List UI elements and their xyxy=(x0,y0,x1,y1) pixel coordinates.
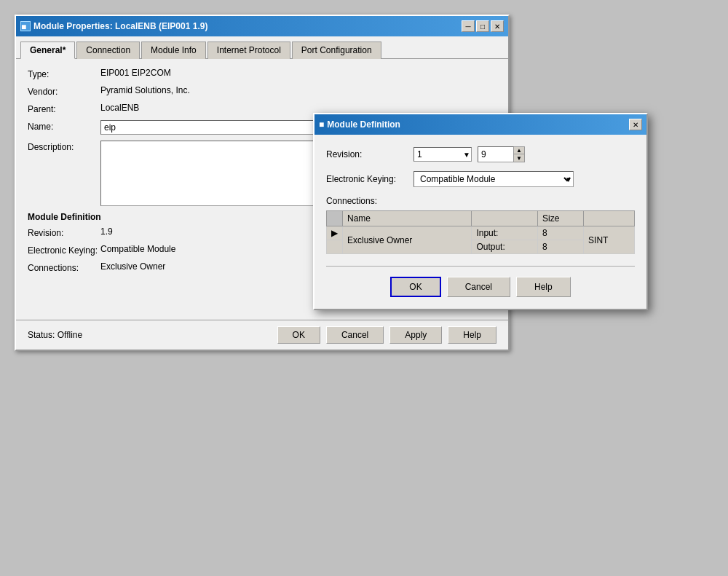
tab-general[interactable]: General* xyxy=(20,42,75,59)
modal-icon: ■ xyxy=(319,119,324,130)
description-label: Description: xyxy=(28,141,100,152)
table-header-type xyxy=(584,211,635,226)
help-button[interactable]: Help xyxy=(448,326,496,344)
table-header-io xyxy=(472,211,538,226)
md-ekeying-value: Compatible Module xyxy=(100,244,175,254)
tab-module-info[interactable]: Module Info xyxy=(141,42,206,59)
table-header-name: Name xyxy=(343,211,472,226)
modal-button-row: OK Cancel Help xyxy=(326,277,635,297)
modal-content: Revision: 1 ▼ ▲ ▼ Electronic Keyi xyxy=(314,135,646,309)
ekeying-dropdown[interactable]: Compatible Module xyxy=(414,171,574,187)
title-controls: ─ □ ✕ xyxy=(462,20,504,32)
output-label: Output: xyxy=(472,240,538,254)
row-indicator: ▶ xyxy=(327,226,343,240)
modal-connections-label: Connections: xyxy=(326,196,635,206)
md-connections-value: Exclusive Owner xyxy=(100,261,165,272)
name-label: Name: xyxy=(28,120,100,132)
type-value: EIP001 EIP2COM xyxy=(100,68,171,78)
row-indicator-output xyxy=(327,240,343,254)
ok-button[interactable]: OK xyxy=(277,326,320,344)
revision-dropdown[interactable]: 1 xyxy=(414,147,472,162)
revision-dropdown-wrapper: 1 ▼ xyxy=(414,147,472,162)
restore-button[interactable]: □ xyxy=(476,20,489,32)
md-connections-label: Connections: xyxy=(28,261,100,273)
close-button[interactable]: ✕ xyxy=(491,20,504,32)
table-header-indicator xyxy=(327,211,343,226)
modal-divider xyxy=(326,266,635,267)
tab-bar: General* Connection Module Info Internet… xyxy=(16,36,508,59)
tab-port-configuration[interactable]: Port Configuration xyxy=(292,42,381,59)
name-input[interactable] xyxy=(100,120,333,135)
type-label: Type: xyxy=(28,68,100,79)
spinner-up-button[interactable]: ▲ xyxy=(514,147,524,154)
input-size: 8 xyxy=(538,226,584,240)
table-header-size: Size xyxy=(538,211,584,226)
parent-label: Parent: xyxy=(28,103,100,114)
md-revision-label: Revision: xyxy=(28,226,100,238)
output-size: 8 xyxy=(538,240,584,254)
input-label: Input: xyxy=(472,226,538,240)
modal-ekeying-row: Electronic Keying: Compatible Module ▼ xyxy=(326,171,635,187)
md-revision-value: 1.9 xyxy=(100,226,113,237)
minimize-button[interactable]: ─ xyxy=(462,20,475,32)
connection-type: SINT xyxy=(584,226,635,254)
modal-ok-button[interactable]: OK xyxy=(390,277,440,297)
spinner-down-button[interactable]: ▼ xyxy=(514,154,524,162)
status-text: Status: Offline xyxy=(28,330,272,340)
modal-help-button[interactable]: Help xyxy=(516,277,571,297)
type-row: Type: EIP001 EIP2COM xyxy=(28,68,496,79)
main-window-title: ■ Module Properties: LocalENB (EIP001 1.… xyxy=(20,21,207,31)
connection-name: Exclusive Owner xyxy=(343,226,472,254)
modal-title-bar: ■ Module Definition ✕ xyxy=(314,114,646,135)
parent-value: LocalENB xyxy=(100,103,139,113)
bottom-bar: Status: Offline OK Cancel Apply Help xyxy=(16,320,508,350)
vendor-value: Pyramid Solutions, Inc. xyxy=(100,85,190,95)
revision-spinner-buttons: ▲ ▼ xyxy=(514,146,525,162)
connections-table: Name Size ▶ Exclusive Owner Input: 8 SIN… xyxy=(326,210,635,254)
main-window-icon: ■ xyxy=(20,21,31,31)
tab-internet-protocol[interactable]: Internet Protocol xyxy=(207,42,290,59)
modal-cancel-button[interactable]: Cancel xyxy=(447,277,510,297)
apply-button[interactable]: Apply xyxy=(389,326,442,344)
description-input[interactable] xyxy=(100,141,333,206)
vendor-row: Vendor: Pyramid Solutions, Inc. xyxy=(28,85,496,97)
modal-dialog: ■ Module Definition ✕ Revision: 1 ▼ xyxy=(313,113,648,310)
modal-ekeying-label: Electronic Keying: xyxy=(326,174,414,184)
modal-close-button[interactable]: ✕ xyxy=(629,119,642,130)
table-row[interactable]: ▶ Exclusive Owner Input: 8 SINT xyxy=(327,226,635,240)
md-ekeying-label: Electronic Keying: xyxy=(28,244,100,256)
modal-revision-row: Revision: 1 ▼ ▲ ▼ xyxy=(326,146,635,162)
revision-spinner-input[interactable] xyxy=(478,146,514,162)
vendor-label: Vendor: xyxy=(28,85,100,97)
main-title-bar: ■ Module Properties: LocalENB (EIP001 1.… xyxy=(16,16,508,36)
modal-title: ■ Module Definition xyxy=(319,119,400,130)
modal-revision-label: Revision: xyxy=(326,149,414,159)
ekeying-dropdown-wrapper: Compatible Module ▼ xyxy=(414,171,574,187)
tab-connection[interactable]: Connection xyxy=(76,42,140,59)
cancel-button[interactable]: Cancel xyxy=(326,326,384,344)
